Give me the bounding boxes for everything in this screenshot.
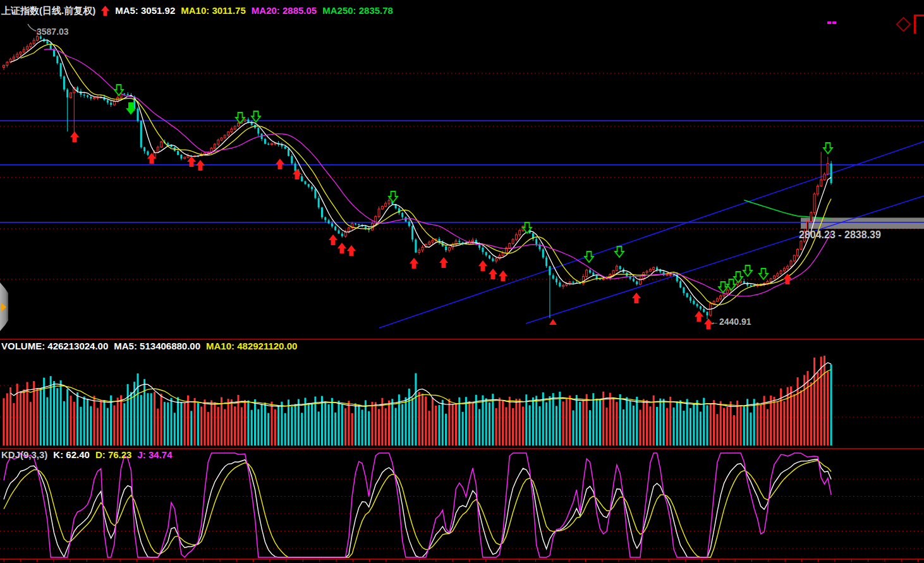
alert-triangles [549,319,557,325]
volume-chart-canvas[interactable] [0,341,924,448]
kdj-d-line [4,461,831,557]
peak-pointer [28,24,36,31]
main-chart-header: 上证指数(日线.前复权) MA5: 3051.92 MA10: 3011.75 … [1,5,393,16]
ma20-line [44,49,832,296]
ma250-value: MA250: 2835.78 [322,5,393,16]
ma10-line [21,44,832,305]
volume-ma10-value: MA10: 482921120.00 [206,341,297,352]
magenta-dash-icon [827,21,831,24]
peak-price-label: 3587.03 [37,27,69,37]
kdj-k-value: K: 62.40 [53,449,90,461]
ma5-value: MA5: 3051.92 [115,5,175,16]
volume-header: VOLUME: 426213024.00 MA5: 513406880.00 M… [1,341,297,352]
kdj-name: KDJ(9,3,3) [1,449,47,461]
expand-arrow-icon [1,303,6,312]
magenta-dash-icon [832,21,836,24]
instrument-title: 上证指数(日线.前复权) [1,5,95,16]
ma20-value: MA20: 2885.05 [252,5,317,16]
buy-signal-arrows [70,131,792,329]
resistance-band-label: 2804.23 - 2838.39 [799,229,881,241]
candles [3,30,832,319]
price-gridlines [0,73,924,279]
main-chart-canvas[interactable] [0,0,924,339]
kdj-header: KDJ(9,3,3) K: 62.40 D: 76.23 J: 34.74 [1,449,173,461]
volume-ma5-value: MA5: 513406880.00 [114,341,200,352]
volume-bars [3,356,832,445]
trough-price-label: ←2440.91 [710,317,751,327]
time-axis [0,559,924,562]
up-arrow-icon [101,6,109,16]
stock-chart-window: 上证指数(日线.前复权) MA5: 3051.92 MA10: 3011.75 … [0,0,924,563]
kdj-j-line [4,453,831,557]
ma10-value: MA10: 3011.75 [181,5,246,16]
ma5-line [11,40,832,309]
sell-signal-arrows [114,85,832,293]
pane-separator [0,339,924,340]
kdj-chart-canvas[interactable] [0,449,924,563]
kdj-k-line [4,459,831,557]
kdj-d-value: D: 76.23 [95,449,132,461]
volume-value: VOLUME: 426213024.00 [1,341,108,352]
support-levels [0,121,924,222]
red-box-icon[interactable] [914,15,924,33]
kdj-j-value: J: 34.74 [137,449,172,461]
